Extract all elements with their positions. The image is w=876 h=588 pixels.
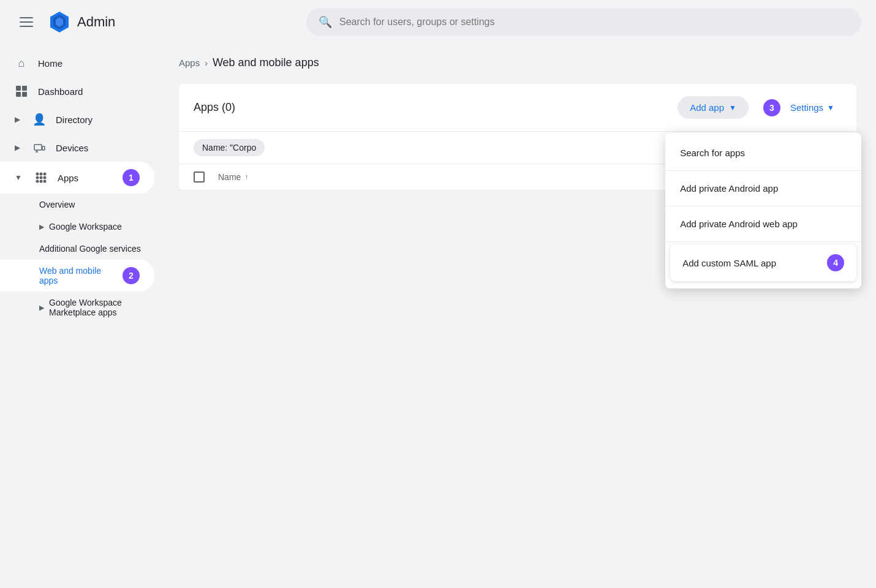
topbar: Admin 🔍 [0, 0, 876, 44]
svg-point-12 [39, 173, 42, 176]
logo-area[interactable]: Admin [48, 10, 115, 34]
settings-dropdown-arrow: ▼ [827, 104, 834, 112]
subitem-google-workspace[interactable]: ▶ Google Workspace [0, 216, 159, 238]
add-app-wrapper: Add app ▼ Search for apps Add private An… [678, 96, 749, 119]
home-icon: ⌂ [15, 56, 28, 70]
subitem-web-mobile-label: Web and mobile apps [39, 266, 118, 285]
subitem-overview[interactable]: Overview [0, 194, 159, 216]
subitem-gw-label: Google Workspace [49, 222, 122, 232]
dashboard-icon [15, 85, 28, 98]
dropdown-search-apps-label: Search for apps [680, 148, 745, 158]
devices-expand-arrow: ▶ [15, 143, 20, 152]
search-bar[interactable]: 🔍 [306, 8, 861, 36]
sidebar-item-apps-label: Apps [58, 173, 108, 183]
add-app-dropdown: Search for apps Add private Android app … [665, 133, 861, 288]
sidebar-item-dashboard-label: Dashboard [38, 86, 83, 97]
name-sort-arrow: ↑ [244, 173, 248, 181]
subitem-marketplace-label: Google Workspace Marketplace apps [49, 298, 122, 317]
svg-rect-4 [22, 86, 27, 91]
dropdown-add-private-android[interactable]: Add private Android app [665, 173, 861, 203]
settings-button[interactable]: Settings ▼ [783, 96, 842, 119]
subitem-additional-services[interactable]: Additional Google services [0, 238, 159, 260]
svg-rect-3 [16, 86, 21, 91]
svg-rect-7 [34, 145, 42, 150]
svg-rect-8 [42, 146, 45, 150]
directory-icon: 👤 [32, 113, 46, 126]
apps-card: Apps (0) Add app ▼ Search for apps [179, 84, 856, 190]
hamburger-menu-button[interactable] [15, 12, 38, 32]
marketplace-expand-arrow: ▶ [39, 304, 44, 312]
search-input[interactable] [339, 17, 849, 28]
sidebar-item-apps[interactable]: ▼ Apps 1 [0, 162, 154, 194]
svg-point-16 [43, 176, 46, 179]
search-icon: 🔍 [319, 15, 332, 29]
sidebar-item-home-label: Home [38, 58, 62, 69]
settings-label: Settings [790, 102, 823, 113]
subitem-additional-label: Additional Google services [39, 244, 141, 254]
sidebar-item-dashboard[interactable]: Dashboard [0, 77, 154, 105]
dropdown-divider-3 [665, 241, 861, 242]
logo-icon [48, 10, 71, 34]
settings-badge: 3 [763, 99, 780, 116]
gw-expand-arrow: ▶ [39, 223, 44, 231]
sidebar: ⌂ Home Dashboard ▶ 👤 Directory ▶ [0, 44, 159, 588]
dropdown-add-private-web[interactable]: Add private Android web app [665, 209, 861, 239]
logo-title: Admin [77, 14, 115, 30]
content-area: Apps › Web and mobile apps Apps (0) Add … [159, 44, 876, 588]
svg-point-19 [43, 180, 46, 183]
svg-point-14 [36, 176, 39, 179]
apps-badge: 1 [123, 169, 140, 186]
dropdown-add-saml-label: Add custom SAML app [682, 258, 776, 268]
subitem-web-mobile[interactable]: Web and mobile apps 2 [0, 260, 154, 292]
topbar-left: Admin [15, 10, 296, 34]
subitem-overview-label: Overview [39, 200, 75, 209]
card-header: Apps (0) Add app ▼ Search for apps [179, 84, 856, 132]
sidebar-item-directory-label: Directory [56, 115, 93, 125]
web-mobile-badge: 2 [123, 267, 140, 284]
subitem-marketplace[interactable]: ▶ Google Workspace Marketplace apps [0, 292, 159, 323]
breadcrumb-current: Web and mobile apps [213, 56, 319, 69]
svg-point-13 [43, 173, 46, 176]
apps-subitems: Overview ▶ Google Workspace Additional G… [0, 194, 159, 323]
apps-expand-arrow: ▼ [15, 173, 22, 182]
add-app-button[interactable]: Add app ▼ [678, 96, 749, 119]
add-app-dropdown-arrow: ▼ [729, 104, 736, 112]
svg-point-17 [36, 180, 39, 183]
sidebar-item-devices-label: Devices [56, 143, 88, 153]
select-all-checkbox[interactable] [194, 172, 205, 183]
settings-wrapper: 3 Settings ▼ [758, 96, 842, 119]
dropdown-search-apps[interactable]: Search for apps [665, 138, 861, 168]
breadcrumb-apps-link[interactable]: Apps [179, 58, 200, 68]
dropdown-divider-1 [665, 170, 861, 171]
svg-point-11 [36, 173, 39, 176]
devices-icon [32, 141, 46, 154]
svg-rect-6 [22, 92, 27, 97]
dropdown-divider-2 [665, 206, 861, 206]
dropdown-add-saml[interactable]: Add custom SAML app 4 [670, 244, 856, 281]
header-checkbox-col [194, 172, 218, 183]
sidebar-item-devices[interactable]: ▶ Devices [0, 134, 154, 162]
svg-point-15 [39, 176, 42, 179]
main-layout: ⌂ Home Dashboard ▶ 👤 Directory ▶ [0, 44, 876, 588]
breadcrumb-separator: › [205, 58, 208, 68]
filter-chip-label: Name: "Corpo [202, 143, 256, 153]
svg-rect-5 [16, 92, 21, 97]
saml-badge: 4 [827, 254, 844, 271]
directory-expand-arrow: ▶ [15, 115, 20, 124]
dropdown-add-private-android-label: Add private Android app [680, 183, 778, 194]
dropdown-add-private-web-label: Add private Android web app [680, 219, 798, 229]
sidebar-item-directory[interactable]: ▶ 👤 Directory [0, 105, 154, 134]
breadcrumb: Apps › Web and mobile apps [179, 44, 856, 84]
filter-chip[interactable]: Name: "Corpo [194, 139, 265, 156]
apps-icon [34, 171, 48, 184]
sidebar-item-home[interactable]: ⌂ Home [0, 49, 154, 77]
svg-point-18 [39, 180, 42, 183]
add-app-label: Add app [690, 102, 724, 113]
apps-count-label: Apps (0) [194, 101, 668, 114]
name-col-label: Name [218, 172, 241, 182]
